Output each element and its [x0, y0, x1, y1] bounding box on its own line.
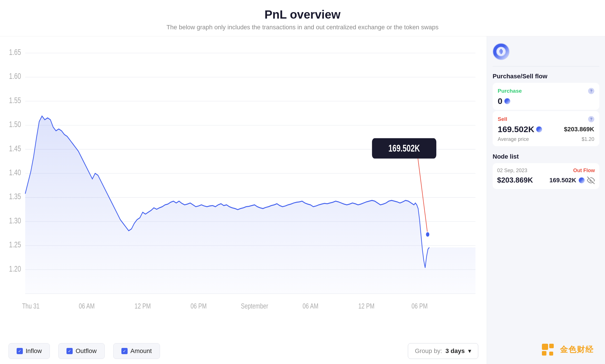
svg-text:12 PM: 12 PM: [135, 302, 151, 310]
node-date: 02 Sep, 2023: [497, 168, 527, 174]
sell-value-row: 169.502K $203.869K: [498, 125, 594, 134]
node-tokens: 169.502K: [550, 176, 595, 184]
svg-text:06 AM: 06 AM: [302, 302, 318, 310]
node-token-icon: [579, 177, 585, 183]
filter-amount[interactable]: Amount: [113, 343, 160, 359]
svg-text:1.40: 1.40: [9, 168, 21, 177]
sell-label-row: Sell ?: [498, 116, 594, 122]
sell-token-icon: [536, 126, 542, 132]
group-by-value: 3 days: [446, 347, 465, 355]
purchase-label-row: Purchase ?: [498, 88, 594, 94]
watermark-logo: [542, 344, 557, 356]
watermark: 金色财经: [542, 344, 594, 356]
sell-card: Sell ? 169.502K $203.869K Average price …: [493, 111, 599, 146]
svg-text:1.45: 1.45: [9, 144, 21, 153]
svg-text:1.55: 1.55: [9, 96, 21, 105]
svg-text:1.25: 1.25: [9, 240, 21, 249]
node-amount: $203.869K: [497, 176, 533, 185]
chart-area: 1.65 1.60 1.55 1.50 1.45 1.40 1.35 1.30 …: [0, 36, 487, 364]
filter-inflow[interactable]: Inflow: [8, 343, 50, 359]
svg-text:September: September: [241, 302, 268, 310]
avg-price-row: Average price $1.20: [498, 136, 594, 142]
watermark-text: 金色财经: [560, 344, 594, 355]
avg-price-label: Average price: [498, 136, 529, 142]
svg-text:06 PM: 06 PM: [412, 302, 428, 310]
node-list-item: 02 Sep, 2023 Out Flow $203.869K 169.502K: [493, 163, 599, 189]
sell-help-icon[interactable]: ?: [588, 116, 594, 122]
node-flow-type: Out Flow: [573, 168, 595, 174]
purchase-value: 0: [498, 96, 510, 106]
outflow-label: Outflow: [75, 347, 97, 355]
svg-text:Thu 31: Thu 31: [22, 302, 39, 310]
node-list-title: Node list: [493, 153, 599, 160]
purchase-value-row: 0: [498, 96, 594, 106]
page-subtitle: The below graph only includes the transa…: [0, 24, 605, 31]
wm-square-tl: [542, 344, 548, 350]
divider-1: [493, 66, 599, 66]
chevron-down-icon: ▾: [468, 347, 471, 355]
node-item-top: 02 Sep, 2023 Out Flow: [497, 168, 595, 174]
purchase-sell-title: Purchase/Sell flow: [493, 73, 599, 80]
purchase-label: Purchase: [498, 88, 522, 94]
sell-value: 169.502K: [498, 125, 542, 134]
inflow-label: Inflow: [26, 347, 42, 355]
svg-text:1.50: 1.50: [9, 120, 21, 129]
header: PnL overview The below graph only includ…: [0, 0, 605, 36]
main-content: 1.65 1.60 1.55 1.50 1.45 1.40 1.35 1.30 …: [0, 36, 605, 364]
svg-text:1.30: 1.30: [9, 216, 21, 225]
filter-outflow[interactable]: Outflow: [58, 343, 105, 359]
svg-text:1.35: 1.35: [9, 192, 21, 201]
page-container: PnL overview The below graph only includ…: [0, 0, 605, 364]
svg-text:1.20: 1.20: [9, 264, 21, 273]
price-chart: 1.65 1.60 1.55 1.50 1.45 1.40 1.35 1.30 …: [6, 42, 481, 338]
svg-text:06 PM: 06 PM: [190, 302, 206, 310]
node-item-bottom: $203.869K 169.502K: [497, 176, 595, 185]
svg-text:1.65: 1.65: [9, 48, 21, 57]
sell-usd-value: $203.869K: [564, 126, 594, 133]
group-by-label: Group by:: [415, 347, 442, 355]
group-by-button[interactable]: Group by: 3 days ▾: [408, 343, 478, 359]
token-logo: [493, 43, 510, 60]
page-title: PnL overview: [0, 8, 605, 21]
wm-square-bl: [542, 351, 546, 356]
watermark-squares: [542, 344, 555, 356]
node-list-section: Node list 02 Sep, 2023 Out Flow $203.869…: [493, 153, 599, 189]
amount-label: Amount: [130, 347, 152, 355]
avg-price-value: $1.20: [582, 136, 594, 142]
purchase-token-icon: [504, 98, 510, 104]
outflow-checkbox[interactable]: [66, 348, 73, 354]
purchase-help-icon[interactable]: ?: [588, 88, 594, 94]
right-panel: Purchase/Sell flow Purchase ? 0: [487, 36, 605, 364]
chart-wrapper: 1.65 1.60 1.55 1.50 1.45 1.40 1.35 1.30 …: [6, 42, 481, 338]
chart-bottom-bar: Inflow Outflow Amount Group by: 3 days ▾: [0, 338, 487, 364]
token-icon: [496, 46, 506, 57]
amount-checkbox[interactable]: [121, 348, 128, 354]
purchase-sell-section: Purchase/Sell flow Purchase ? 0: [493, 73, 599, 147]
svg-text:06 AM: 06 AM: [79, 302, 95, 310]
purchase-card: Purchase ? 0: [493, 83, 599, 110]
wm-square-br: [549, 352, 553, 356]
eye-off-icon[interactable]: [587, 176, 595, 184]
svg-point-30: [426, 232, 430, 237]
svg-text:169.502K: 169.502K: [388, 143, 420, 153]
wm-square-tr: [549, 344, 554, 348]
sell-label: Sell: [498, 116, 507, 122]
inflow-checkbox[interactable]: [17, 348, 23, 354]
svg-text:1.60: 1.60: [9, 72, 21, 81]
svg-text:12 PM: 12 PM: [358, 302, 374, 310]
